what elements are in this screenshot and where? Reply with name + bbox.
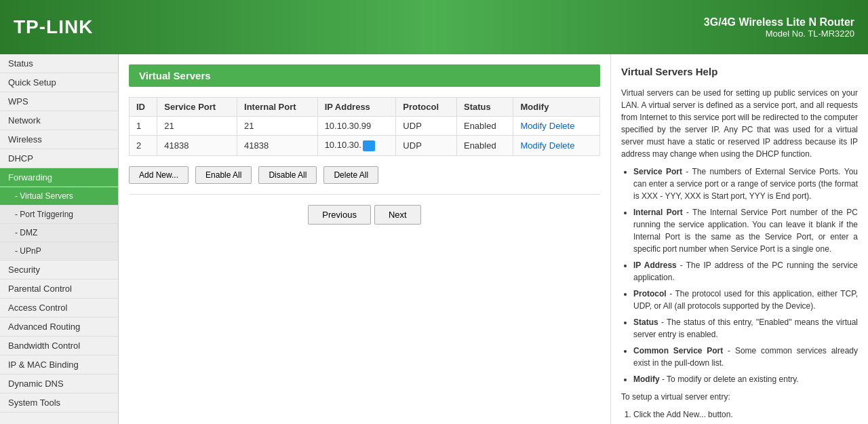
sidebar-item-bandwidth-control[interactable]: Bandwidth Control [0,336,118,355]
col-modify: Modify [513,98,600,117]
sidebar-item-wireless[interactable]: Wireless [0,130,118,149]
add-new-button[interactable]: Add New... [129,166,189,184]
sidebar-item-advanced-routing[interactable]: Advanced Routing [0,317,118,336]
modify-link-0[interactable]: Modify [520,121,546,131]
col-ip-address: IP Address [317,98,396,117]
help-panel: Virtual Servers Help Virtual servers can… [610,54,868,424]
help-list: Service Port - The numbers of External S… [633,166,858,385]
main-content: Virtual Servers ID Service Port Internal… [119,54,868,424]
page-title: Virtual Servers [129,64,600,87]
cell-modify: ModifyDelete [513,136,600,156]
cell-id: 2 [130,136,157,156]
cell-ip-address: 10.10.30. [317,136,396,156]
help-item: Status - The status of this entry, "Enab… [633,316,858,341]
col-service-port: Service Port [157,98,237,117]
cell-status: Enabled [456,117,513,136]
model-number: Model No. TL-MR3220 [704,28,854,39]
sidebar-item-access-control[interactable]: Access Control [0,298,118,317]
help-item: Protocol - The protocol used for this ap… [633,288,858,312]
delete-link-1[interactable]: Delete [549,140,575,151]
sidebar-item-port-triggering[interactable]: - Port Triggering [0,206,118,224]
body: StatusQuick SetupWPSNetworkWirelessDHCPF… [0,54,868,424]
sidebar-item-wps[interactable]: WPS [0,92,118,111]
sidebar-item-dmz[interactable]: - DMZ [0,224,118,242]
header: TP-LINK 3G/4G Wireless Lite N Router Mod… [0,0,868,54]
cell-service-port: 21 [157,117,237,136]
sidebar-item-virtual-servers[interactable]: - Virtual Servers [0,187,118,206]
sidebar-item-quick-setup[interactable]: Quick Setup [0,73,118,92]
logo: TP-LINK [14,16,93,38]
cell-status: Enabled [456,136,513,156]
col-internal-port: Internal Port [237,98,318,117]
sidebar-item-dhcp[interactable]: DHCP [0,149,118,168]
sidebar-item-upnp[interactable]: - UPnP [0,242,118,261]
next-button[interactable]: Next [374,205,421,225]
header-info: 3G/4G Wireless Lite N Router Model No. T… [704,16,854,39]
sidebar-item-forwarding[interactable]: Forwarding [0,168,118,187]
help-item: Common Service Port - Some common servic… [633,345,858,369]
help-item: Internal Port - The Internal Service Por… [633,206,858,255]
delete-all-button[interactable]: Delete All [323,166,378,184]
enable-all-button[interactable]: Enable All [195,166,252,184]
help-item: IP Address - The IP address of the PC ru… [633,259,858,284]
delete-link-0[interactable]: Delete [549,121,575,131]
cell-ip-address: 10.10.30.99 [317,117,396,136]
sidebar-item-ip-mac-binding[interactable]: IP & MAC Binding [0,355,118,374]
help-steps: Click the Add New... button.Select the s… [633,408,858,425]
col-status: Status [456,98,513,117]
ip-indicator [363,140,375,151]
cell-service-port: 41838 [157,136,237,156]
product-line: 3G/4G Wireless Lite N Router [704,16,854,28]
table-row: 1212110.10.30.99UDPEnabledModifyDelete [130,117,600,136]
cell-protocol: UDP [396,117,457,136]
help-setup-title: To setup a virtual server entry: [621,391,858,403]
sidebar-item-parental-control[interactable]: Parental Control [0,280,118,298]
sidebar: StatusQuick SetupWPSNetworkWirelessDHCPF… [0,54,119,424]
content-area: Virtual Servers ID Service Port Internal… [119,54,610,424]
col-protocol: Protocol [396,98,457,117]
sidebar-item-security[interactable]: Security [0,261,118,280]
virtual-servers-table: ID Service Port Internal Port IP Address… [129,97,600,156]
previous-button[interactable]: Previous [308,205,371,225]
action-buttons: Add New... Enable All Disable All Delete… [129,166,600,184]
help-title: Virtual Servers Help [621,64,858,80]
sidebar-item-network[interactable]: Network [0,111,118,130]
sidebar-item-system-tools[interactable]: System Tools [0,393,118,412]
help-step-1: Click the Add New... button. [633,408,858,421]
modify-link-1[interactable]: Modify [520,140,546,151]
sidebar-item-dynamic-dns[interactable]: Dynamic DNS [0,374,118,393]
cell-modify: ModifyDelete [513,117,600,136]
cell-protocol: UDP [396,136,457,156]
table-row: 2418384183810.10.30.UDPEnabledModifyDele… [130,136,600,156]
disable-all-button[interactable]: Disable All [258,166,317,184]
help-item: Modify - To modify or delete an existing… [633,373,858,385]
cell-internal-port: 21 [237,117,318,136]
help-item: Service Port - The numbers of External S… [633,166,858,202]
cell-internal-port: 41838 [237,136,318,156]
col-id: ID [130,98,157,117]
help-intro: Virtual servers can be used for setting … [621,87,858,160]
sidebar-item-status[interactable]: Status [0,54,118,73]
navigation-row: Previous Next [129,194,600,225]
cell-id: 1 [130,117,157,136]
